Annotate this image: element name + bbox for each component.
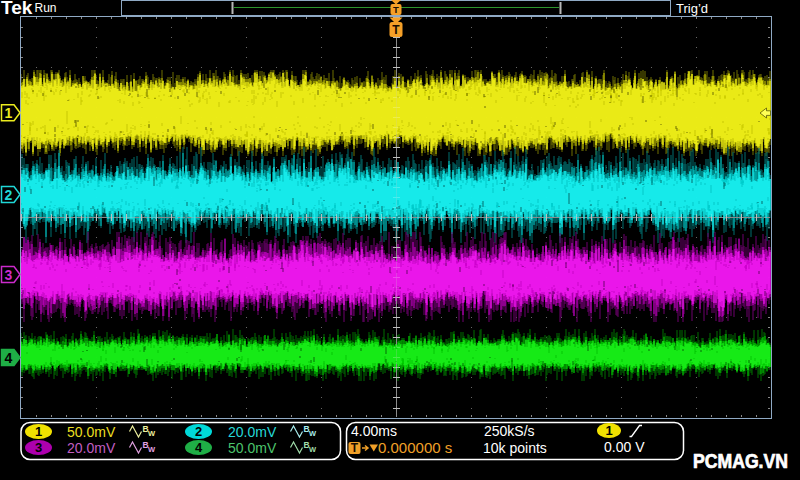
svg-text:PCMAG.VN: PCMAG.VN xyxy=(693,450,788,472)
svg-text:1: 1 xyxy=(35,424,42,439)
svg-text:T: T xyxy=(393,4,399,15)
svg-text:4: 4 xyxy=(195,440,203,455)
svg-text:T: T xyxy=(392,23,400,37)
svg-text:50.0mV: 50.0mV xyxy=(228,440,277,456)
svg-text:250kS/s: 250kS/s xyxy=(484,423,535,439)
svg-text:T: T xyxy=(351,441,359,455)
svg-text:Tek: Tek xyxy=(1,0,33,18)
svg-text:2: 2 xyxy=(5,187,13,203)
svg-text:Run: Run xyxy=(35,1,57,15)
svg-text:W: W xyxy=(148,429,156,438)
svg-text:4.00ms: 4.00ms xyxy=(351,423,397,439)
svg-text:1: 1 xyxy=(5,105,13,121)
svg-text:Trig’d: Trig’d xyxy=(676,1,708,16)
svg-text:50.0mV: 50.0mV xyxy=(67,424,116,440)
svg-text:0.000000 s: 0.000000 s xyxy=(378,439,452,456)
svg-text:W: W xyxy=(309,429,317,438)
svg-text:4: 4 xyxy=(5,350,13,366)
svg-text:1: 1 xyxy=(605,423,612,438)
svg-text:0.00 V: 0.00 V xyxy=(604,439,645,455)
svg-text:20.0mV: 20.0mV xyxy=(67,440,116,456)
svg-text:W: W xyxy=(309,445,317,454)
svg-text:20.0mV: 20.0mV xyxy=(228,424,277,440)
svg-text:3: 3 xyxy=(5,267,13,283)
svg-text:10k points: 10k points xyxy=(483,440,547,456)
svg-text:W: W xyxy=(148,445,156,454)
svg-text:2: 2 xyxy=(195,424,202,439)
svg-text:3: 3 xyxy=(35,440,42,455)
